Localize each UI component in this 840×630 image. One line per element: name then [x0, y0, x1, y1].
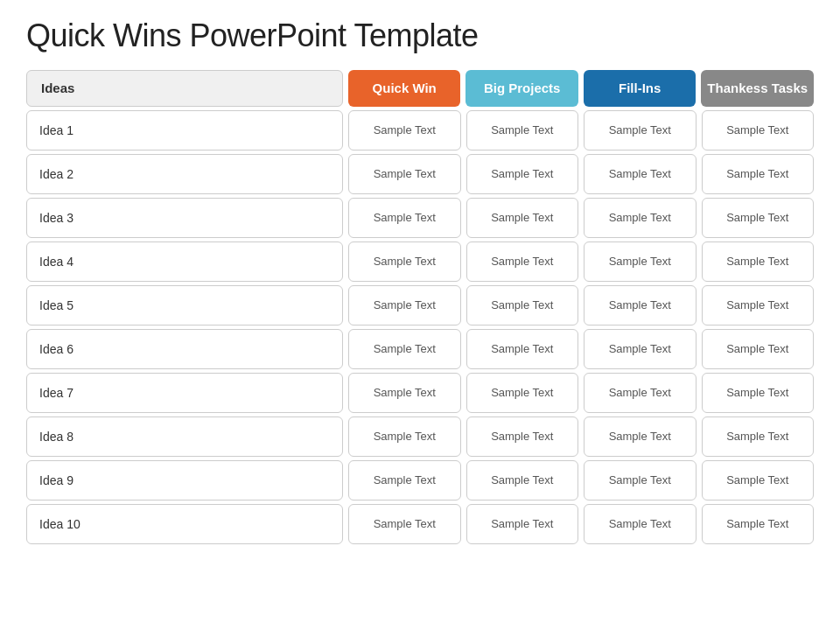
quickwin-cell: Sample Text	[348, 154, 461, 194]
bigprojects-cell: Sample Text	[466, 198, 579, 238]
fillins-cell: Sample Text	[584, 329, 696, 369]
bigprojects-cell: Sample Text	[466, 242, 579, 282]
fillins-cell: Sample Text	[584, 285, 696, 326]
table-row: Idea 8 Sample Text Sample Text Sample Te…	[26, 416, 814, 457]
thankess-cell: Sample Text	[702, 329, 815, 369]
thankess-cell: Sample Text	[702, 416, 815, 457]
thankess-cell: Sample Text	[702, 242, 815, 282]
bigprojects-cell: Sample Text	[466, 504, 579, 544]
idea-label: Idea 8	[26, 416, 343, 457]
fillins-cell: Sample Text	[584, 373, 696, 413]
header-quickwin: Quick Win	[348, 70, 461, 107]
idea-label: Idea 2	[26, 154, 343, 194]
quickwin-cell: Sample Text	[348, 242, 461, 282]
bigprojects-cell: Sample Text	[466, 373, 579, 413]
header-bigprojects: Big Projects	[466, 70, 578, 107]
table-row: Idea 4 Sample Text Sample Text Sample Te…	[26, 242, 814, 282]
table-row: Idea 9 Sample Text Sample Text Sample Te…	[26, 460, 814, 500]
quickwin-cell: Sample Text	[348, 504, 461, 544]
thankess-cell: Sample Text	[702, 460, 815, 500]
thankess-cell: Sample Text	[702, 373, 815, 413]
quickwin-cell: Sample Text	[348, 329, 461, 369]
quickwin-cell: Sample Text	[348, 110, 461, 150]
bigprojects-cell: Sample Text	[466, 329, 579, 369]
table-row: Idea 2 Sample Text Sample Text Sample Te…	[26, 154, 814, 194]
quickwin-cell: Sample Text	[348, 460, 461, 500]
bigprojects-cell: Sample Text	[466, 154, 579, 194]
thankess-cell: Sample Text	[702, 110, 815, 150]
thankess-cell: Sample Text	[702, 198, 815, 238]
quickwin-cell: Sample Text	[348, 416, 461, 457]
table-row: Idea 10 Sample Text Sample Text Sample T…	[26, 504, 814, 544]
idea-label: Idea 3	[26, 198, 343, 238]
fillins-cell: Sample Text	[584, 460, 696, 500]
thankess-cell: Sample Text	[702, 285, 815, 326]
thankess-cell: Sample Text	[702, 504, 815, 544]
fillins-cell: Sample Text	[584, 110, 696, 150]
idea-label: Idea 9	[26, 460, 343, 500]
table-row: Idea 1 Sample Text Sample Text Sample Te…	[26, 110, 814, 150]
table-row: Idea 7 Sample Text Sample Text Sample Te…	[26, 373, 814, 413]
fillins-cell: Sample Text	[584, 242, 696, 282]
idea-label: Idea 7	[26, 373, 343, 413]
idea-label: Idea 5	[26, 285, 343, 326]
bigprojects-cell: Sample Text	[466, 460, 579, 500]
idea-label: Idea 10	[26, 504, 343, 544]
header-fillins: Fill-Ins	[584, 70, 696, 107]
header-ideas: Ideas	[26, 70, 343, 107]
fillins-cell: Sample Text	[584, 198, 696, 238]
quickwin-cell: Sample Text	[348, 285, 461, 326]
table-row: Idea 5 Sample Text Sample Text Sample Te…	[26, 285, 814, 326]
thankess-cell: Sample Text	[702, 154, 815, 194]
idea-label: Idea 1	[26, 110, 343, 150]
fillins-cell: Sample Text	[584, 154, 696, 194]
quickwin-cell: Sample Text	[348, 373, 461, 413]
bigprojects-cell: Sample Text	[466, 416, 579, 457]
table-header: Ideas Quick Win Big Projects Fill-Ins Th…	[26, 70, 814, 107]
fillins-cell: Sample Text	[584, 416, 696, 457]
fillins-cell: Sample Text	[584, 504, 696, 544]
table-row: Idea 3 Sample Text Sample Text Sample Te…	[26, 198, 814, 238]
table-body: Idea 1 Sample Text Sample Text Sample Te…	[26, 110, 814, 544]
table-row: Idea 6 Sample Text Sample Text Sample Te…	[26, 329, 814, 369]
bigprojects-cell: Sample Text	[466, 285, 579, 326]
page-title: Quick Wins PowerPoint Template	[26, 18, 814, 54]
bigprojects-cell: Sample Text	[466, 110, 579, 150]
idea-label: Idea 4	[26, 242, 343, 282]
header-thankess: Thankess Tasks	[701, 70, 814, 107]
quickwin-cell: Sample Text	[348, 198, 461, 238]
table-container: Ideas Quick Win Big Projects Fill-Ins Th…	[26, 70, 814, 544]
idea-label: Idea 6	[26, 329, 343, 369]
